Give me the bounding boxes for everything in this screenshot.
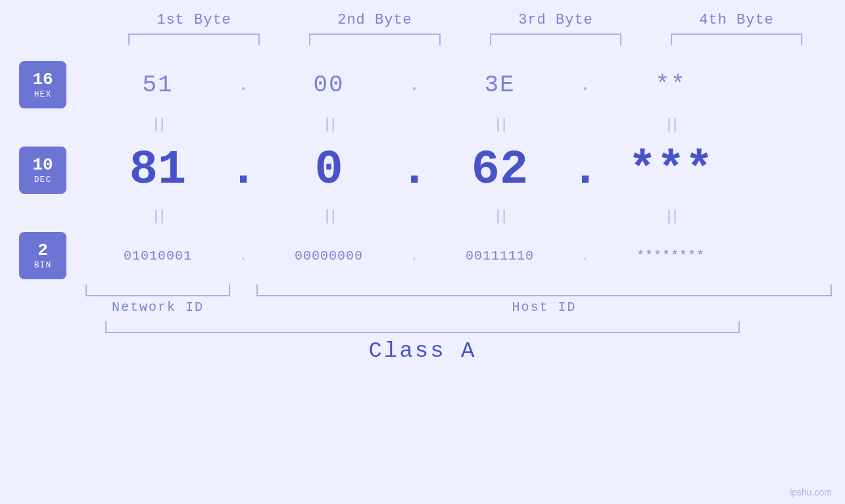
id-labels-inner: Network ID Host ID — [85, 300, 845, 315]
bin-badge-label: BIN — [34, 260, 51, 270]
dec-cells: 81 . 0 . 62 . *** — [85, 137, 845, 203]
hex-b1: 51 — [85, 72, 230, 99]
class-label-wrapper: Class A — [0, 338, 845, 363]
hex-cells: 51 . 00 . 3E . ** — [85, 58, 845, 111]
dec-sep2: . — [401, 143, 427, 197]
eq2-b1: || — [85, 208, 230, 225]
network-id-label: Network ID — [85, 300, 230, 315]
eq2-b4: || — [598, 208, 743, 225]
hex-row: 16 HEX 51 . 00 . 3E . ** — [0, 58, 845, 111]
bin-b4: ******** — [598, 248, 743, 263]
byte-headers: 1st Byte 2nd Byte 3rd Byte 4th Byte — [104, 12, 827, 28]
class-bracket — [105, 321, 740, 333]
host-id-label: Host ID — [256, 300, 832, 315]
dec-b3: 62 — [427, 143, 572, 197]
host-bracket — [256, 285, 832, 296]
dec-sep1: . — [230, 143, 256, 197]
dec-sep3: . — [572, 143, 598, 197]
bin-sep2: . — [401, 248, 427, 263]
eq2-b3: || — [427, 208, 572, 225]
hex-sep2: . — [401, 74, 427, 96]
equals-row1: || || || || — [0, 111, 845, 137]
equals-cells2: || || || || — [85, 203, 845, 229]
bin-b1: 01010001 — [85, 248, 230, 263]
equals-row2: || || || || — [0, 203, 845, 229]
id-labels-row: Network ID Host ID — [0, 300, 845, 315]
byte3-label: 3rd Byte — [483, 12, 628, 28]
bin-b3: 00111110 — [427, 248, 572, 263]
hex-sep3: . — [572, 74, 598, 96]
dec-b1: 81 — [85, 143, 230, 197]
eq2-b2: || — [256, 208, 401, 225]
eq1-b2: || — [256, 116, 401, 133]
eq1-b4: || — [598, 116, 743, 133]
bin-b2: 00000000 — [256, 248, 401, 263]
network-bracket — [85, 285, 230, 296]
dec-badge-label: DEC — [34, 175, 51, 185]
hex-b2: 00 — [256, 72, 401, 99]
dec-b4: *** — [598, 143, 743, 197]
eq1-b3: || — [427, 116, 572, 133]
hex-badge: 16 HEX — [19, 61, 66, 108]
hex-sep1: . — [230, 74, 256, 96]
byte1-label: 1st Byte — [122, 12, 266, 28]
hex-badge-number: 16 — [32, 70, 53, 89]
dec-badge-number: 10 — [32, 156, 53, 175]
bottom-brackets-row — [0, 285, 845, 296]
bin-cells: 01010001 . 00000000 . 00111110 . *******… — [85, 229, 845, 282]
dec-row: 10 DEC 81 . 0 . 62 . *** — [0, 137, 845, 203]
hex-badge-label: HEX — [34, 89, 51, 99]
hex-b3: 3E — [427, 72, 572, 99]
main-container: 1st Byte 2nd Byte 3rd Byte 4th Byte 16 H… — [0, 0, 845, 504]
bin-sep1: . — [230, 248, 256, 263]
top-brackets — [104, 34, 827, 45]
byte2-label: 2nd Byte — [302, 12, 447, 28]
watermark: ipshu.com — [790, 487, 832, 497]
bin-badge-wrapper: 2 BIN — [0, 229, 85, 282]
bracket-byte2 — [309, 34, 441, 45]
hex-b4: ** — [598, 72, 743, 99]
bin-row: 2 BIN 01010001 . 00000000 . 00111110 . — [0, 229, 845, 282]
bracket-byte1 — [128, 34, 260, 45]
dec-badge-wrapper: 10 DEC — [0, 137, 85, 203]
bin-badge: 2 BIN — [19, 232, 66, 279]
hex-badge-wrapper: 16 HEX — [0, 58, 85, 111]
class-label: Class A — [369, 338, 477, 363]
equals-cells1: || || || || — [85, 111, 845, 137]
eq1-b1: || — [85, 116, 230, 133]
bottom-brackets-inner — [85, 285, 845, 296]
bin-badge-number: 2 — [37, 241, 48, 260]
bracket-byte4 — [671, 34, 802, 45]
dec-badge: 10 DEC — [19, 147, 66, 194]
dec-b2: 0 — [256, 143, 401, 197]
bracket-byte3 — [490, 34, 621, 45]
byte4-label: 4th Byte — [664, 12, 809, 28]
bin-sep3: . — [572, 248, 598, 263]
